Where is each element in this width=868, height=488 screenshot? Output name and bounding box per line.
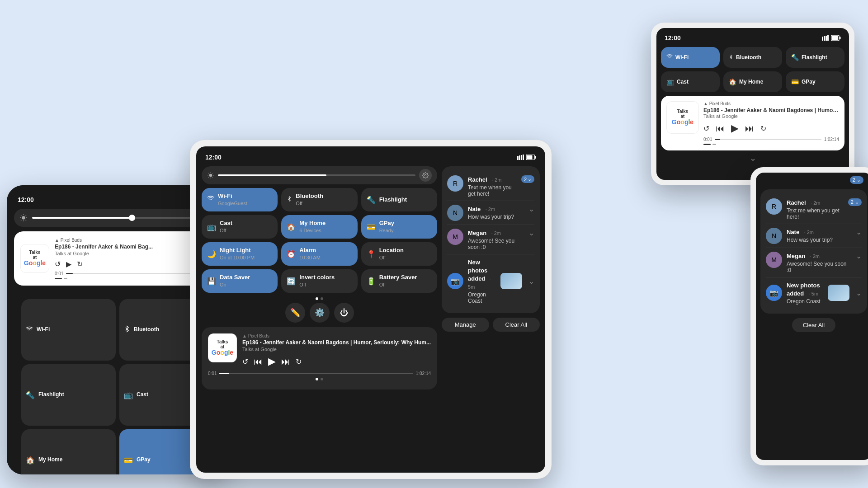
manage-btn-tablet[interactable]: Manage [442,318,489,332]
media-title-tablet: Ep186 - Jennifer Aaker & Naomi Bagdons |… [242,339,431,346]
bottom-actions-tablet: ✏️ ⚙️ ⏻ [202,303,437,323]
tile-battery-tablet[interactable]: 🔋 Battery SaverOff [361,269,437,293]
power-btn-tablet[interactable]: ⏻ [334,303,354,323]
svg-rect-11 [523,155,524,160]
notif-actions-tablet: Manage Clear All [442,318,540,332]
media-play-tablet[interactable]: ▶ [268,356,276,367]
svg-rect-19 [826,36,827,41]
notif-actions-edge: Clear All [760,318,867,332]
svg-rect-23 [840,37,841,39]
tile-cast-tablet[interactable]: 📺 CastOff [202,215,278,239]
svg-rect-10 [521,155,522,160]
notif-expand-photos-edge[interactable]: ⌄ [856,289,862,297]
edit-btn-tablet[interactable]: ✏️ [285,303,305,323]
media-subtitle-tablet: Talks at Google [242,347,431,352]
media-title-right: Ep186 - Jennifer Aaker & Naomi Bagdones … [703,107,839,113]
tile-myhome-label-right: My Home [739,79,763,85]
media-play-btn[interactable]: ▶ [66,260,71,268]
clear-all-btn-edge[interactable]: Clear All [792,318,835,332]
edge-badge: 2 ⌄ [850,176,863,184]
tablet-right-device: 12:00 Wi-Fi Bluetooth 🔦 Flashlight 📺 [651,23,854,185]
notif-msg-rachel: Text me when you get here! [468,184,517,197]
tile-flashlight-phone[interactable]: 🔦 Flashlight [21,364,116,426]
tile-wifi-tablet[interactable]: Wi-FiGoogleGuest [202,188,278,211]
media-forward-tablet[interactable]: ↻ [296,357,302,366]
status-bar-tablet-right: 12:00 [661,33,844,43]
tile-wifi-phone[interactable]: Wi-Fi [21,299,116,361]
svg-point-7 [22,216,25,220]
media-thumb-tablet: Talks at Google [208,333,237,362]
brightness-slider-tablet[interactable] [202,166,437,184]
clear-all-btn-tablet[interactable]: Clear All [493,318,540,332]
settings-gear-tablet[interactable] [419,169,432,182]
tile-flashlight-right[interactable]: 🔦 Flashlight [786,47,844,68]
tile-bluetooth-tablet[interactable]: BluetoothOff [281,188,357,211]
photos-icon-edge: 📷 [766,285,782,301]
media-time-total-right: 1:02:14 [824,137,839,142]
notif-expand-nate-edge[interactable]: ⌄ [856,228,862,236]
media-play-right[interactable]: ▶ [731,122,739,134]
notif-megan-edge: M Megan · 2m Awesome! See you soon :0 ⌄ [766,248,862,277]
tile-nightlight-tablet[interactable]: 🌙 Night LightOn at 10:00 PM [202,242,278,266]
tile-cast-label-right: Cast [677,79,689,85]
notif-expand-nate[interactable]: ⌄ [528,205,534,213]
chevron-down-right[interactable]: ⌄ [661,153,844,163]
media-forward-btn[interactable]: ↻ [77,260,83,268]
tile-alarm-tablet[interactable]: ⏰ Alarm10:30 AM [281,242,357,266]
notif-expand-megan[interactable]: ⌄ [528,229,534,237]
tile-cast-right[interactable]: 📺 Cast [661,71,720,92]
media-prev-right[interactable]: ⏮ [716,123,725,134]
media-player-right: Talks at Google ▲ Pixel Buds Ep186 - Jen… [661,96,844,150]
notif-panel-tablet: R Rachel · 2m Text me when you get here!… [442,166,540,313]
media-replay-tablet[interactable]: ↺ [242,357,248,366]
media-subtitle-right: Talks at Google [703,113,839,119]
media-next-right[interactable]: ⏭ [745,123,754,134]
tile-flashlight-tablet[interactable]: 🔦 Flashlight [361,188,437,211]
photo-thumbnail-edge [828,285,849,301]
tile-wifi-right[interactable]: Wi-Fi [661,47,720,68]
tile-flashlight-label-right: Flashlight [802,54,827,61]
tile-myhome-tablet[interactable]: 🏠 My Home6 Devices [281,215,357,239]
notif-name-rachel: Rachel [468,176,487,183]
media-time-current: 0:01 [55,271,63,276]
media-replay-right[interactable]: ↺ [703,124,709,133]
svg-rect-18 [824,36,825,41]
quick-tiles-right: Wi-Fi Bluetooth 🔦 Flashlight 📺 Cast 🏠 My… [661,47,844,92]
svg-rect-20 [827,35,829,41]
tile-wifi-label-right: Wi-Fi [675,54,689,61]
tile-datasaver-tablet[interactable]: 💾 Data SaverOn [202,269,278,293]
tile-gpay-tablet[interactable]: 💳 GPayReady [361,215,437,239]
tile-location-tablet[interactable]: 📍 LocationOff [361,242,437,266]
notif-megan-tablet: M Megan · 2m Awesome! See you soon :0 ⌄ [447,225,534,254]
media-time-current-tablet: 0:01 [208,371,217,376]
notif-expand-photos[interactable]: ⌄ [528,277,534,286]
tablet-edge-device: 2 ⌄ R Rachel · 2m Text me when you get h… [750,167,868,465]
tile-myhome-phone[interactable]: 🏠 My Home [21,429,116,474]
notif-photos-tablet: 📷 New photos added · 5m Oregon Coast ⌄ [447,254,534,308]
notif-rachel-edge: R Rachel · 2m Text me when you get here!… [766,195,862,224]
media-forward-right[interactable]: ↻ [760,124,766,133]
notif-panel-edge: R Rachel · 2m Text me when you get here!… [760,189,867,314]
media-time-total-tablet: 1:02:14 [416,371,431,376]
media-info-right: ▲ Pixel Buds Ep186 - Jennifer Aaker & Na… [703,101,839,145]
status-time-tablet-right: 12:00 [665,34,681,42]
svg-point-15 [209,174,212,177]
media-thumbnail-phone: Talks at Google [20,244,49,273]
media-replay-btn[interactable]: ↺ [55,260,61,268]
settings-btn-tablet[interactable]: ⚙️ [310,303,330,323]
status-bar-tablet-center: 12:00 [202,152,540,163]
media-next-tablet[interactable]: ⏭ [281,357,290,367]
media-time-current-right: 0:01 [703,137,712,142]
tile-myhome-right[interactable]: 🏠 My Home [723,71,782,92]
svg-rect-13 [527,155,533,160]
media-prev-tablet[interactable]: ⏮ [254,357,263,367]
svg-rect-22 [832,36,838,40]
notif-expand-megan-edge[interactable]: ⌄ [856,252,862,260]
status-bar-edge: 2 ⌄ [760,174,867,186]
tile-gpay-right[interactable]: 💳 GPay [786,71,844,92]
svg-rect-14 [535,156,536,159]
svg-point-16 [425,174,426,176]
notif-nate-edge: N Nate · 2m How was your trip? ⌄ [766,224,862,248]
tile-invert-tablet[interactable]: 🔄 Invert colorsOff [281,269,357,293]
tile-bluetooth-right[interactable]: Bluetooth [723,47,782,68]
